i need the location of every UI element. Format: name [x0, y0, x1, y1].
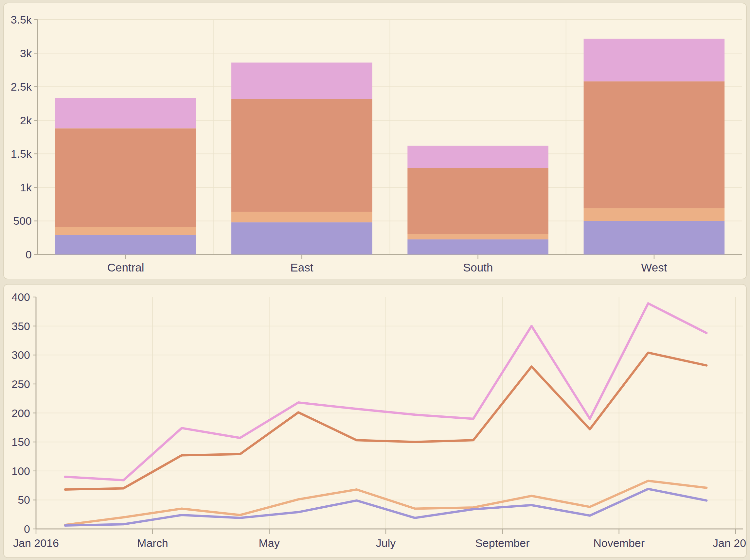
bar-segment-east-segment-salmon[interactable] — [231, 99, 372, 212]
y-axis-tick-label: 250 — [12, 378, 30, 390]
bar-segment-east-segment-purple[interactable] — [231, 222, 372, 255]
y-axis-tick-label: 0 — [25, 248, 32, 261]
bar-segment-south-segment-purple[interactable] — [408, 239, 549, 255]
y-axis-tick-label: 100 — [12, 465, 30, 477]
y-axis-tick-label: 2.5k — [11, 80, 32, 93]
x-axis-tick-label: July — [376, 537, 396, 549]
x-axis-category-label: Central — [107, 261, 144, 274]
bar-segment-central-segment-salmon[interactable] — [55, 128, 196, 227]
y-axis-tick-label: 500 — [13, 215, 32, 227]
x-axis-tick-label: Jan 2017 — [713, 537, 746, 549]
bar-segment-east-segment-tan[interactable] — [231, 212, 372, 222]
stacked-bar-chart: 05001k1.5k2k2.5k3k3.5kCentralEastSouthWe… — [4, 3, 746, 279]
y-axis-tick-label: 3k — [20, 47, 32, 60]
y-axis-tick-label: 50 — [18, 494, 30, 506]
y-axis-tick-label: 1.5k — [11, 147, 32, 160]
bar-segment-south-segment-pink[interactable] — [408, 146, 549, 168]
y-axis-tick-label: 1k — [20, 181, 32, 194]
bar-segment-south-segment-salmon[interactable] — [408, 168, 549, 234]
x-axis-category-label: West — [641, 261, 667, 274]
x-axis-tick-label: September — [475, 537, 530, 549]
y-axis-tick-label: 0 — [24, 523, 30, 535]
y-axis-tick-label: 200 — [12, 407, 30, 419]
bar-segment-south-segment-tan[interactable] — [408, 234, 549, 239]
y-axis-tick-label: 2k — [20, 114, 32, 126]
bar-segment-west-segment-pink[interactable] — [584, 39, 725, 81]
y-axis-tick-label: 150 — [12, 436, 30, 448]
line-chart-panel: Jan 2016MarchMayJulySeptemberNovemberJan… — [3, 284, 747, 558]
stacked-bar-chart-panel: 05001k1.5k2k2.5k3k3.5kCentralEastSouthWe… — [3, 3, 747, 279]
bar-segment-west-segment-purple[interactable] — [584, 221, 725, 255]
bar-segment-central-segment-pink[interactable] — [55, 98, 196, 128]
bar-segment-east-segment-pink[interactable] — [231, 62, 372, 99]
y-axis-tick-label: 3.5k — [11, 14, 32, 26]
bar-segment-west-segment-tan[interactable] — [584, 208, 725, 221]
line-chart: Jan 2016MarchMayJulySeptemberNovemberJan… — [4, 285, 746, 557]
x-axis-tick-label: November — [593, 537, 645, 549]
x-axis-category-label: South — [463, 261, 493, 274]
x-axis-category-label: East — [290, 261, 313, 274]
bar-segment-central-segment-tan[interactable] — [55, 227, 196, 235]
charts-dashboard: 05001k1.5k2k2.5k3k3.5kCentralEastSouthWe… — [0, 0, 750, 560]
x-axis-tick-label: Jan 2016 — [13, 537, 59, 549]
y-axis-tick-label: 400 — [12, 291, 30, 303]
y-axis-tick-label: 350 — [12, 320, 30, 332]
bar-segment-west-segment-salmon[interactable] — [584, 81, 725, 208]
y-axis-tick-label: 300 — [12, 349, 30, 361]
bar-segment-central-segment-purple[interactable] — [55, 235, 196, 255]
x-axis-tick-label: March — [137, 537, 168, 549]
x-axis-tick-label: May — [259, 537, 280, 549]
